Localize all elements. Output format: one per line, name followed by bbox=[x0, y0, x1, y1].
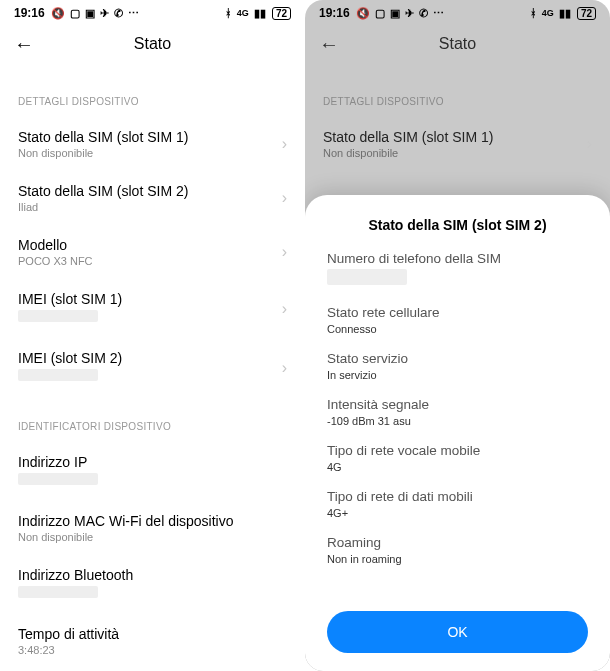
status-bar: 19:16 🔇 ▢ ▣ ✈ ✆ ⋯ ᚼ 4G ▮▮ 72 bbox=[305, 0, 610, 24]
dialog-item-value: Non in roaming bbox=[327, 553, 588, 565]
row-imei-sim2[interactable]: IMEI (slot SIM 2) › bbox=[18, 338, 287, 397]
battery-indicator: 72 bbox=[272, 7, 291, 20]
row-wifi-mac[interactable]: Indirizzo MAC Wi-Fi del dispositivo Non … bbox=[18, 501, 287, 555]
signal-icon: ▮▮ bbox=[559, 8, 571, 19]
row-bluetooth-address[interactable]: Indirizzo Bluetooth bbox=[18, 555, 287, 614]
app-header: ← Stato bbox=[0, 24, 305, 72]
redacted-value bbox=[18, 369, 98, 381]
status-left-icons: 🔇 ▢ ▣ ✈ ✆ ⋯ bbox=[51, 8, 139, 19]
dialog-item-label: Intensità segnale bbox=[327, 397, 588, 412]
chevron-right-icon: › bbox=[282, 189, 287, 207]
battery-indicator: 72 bbox=[577, 7, 596, 20]
phone-screen-settings: 19:16 🔇 ▢ ▣ ✈ ✆ ⋯ ᚼ 4G ▮▮ 72 bbox=[0, 0, 305, 671]
calendar-icon: ▣ bbox=[85, 8, 95, 19]
dialog-item-label: Tipo di rete vocale mobile bbox=[327, 443, 588, 458]
status-bar: 19:16 🔇 ▢ ▣ ✈ ✆ ⋯ ᚼ 4G ▮▮ 72 bbox=[0, 0, 305, 24]
chevron-right-icon: › bbox=[282, 243, 287, 261]
dialog-item-signal-strength: Intensità segnale -109 dBm 31 asu bbox=[327, 397, 588, 427]
row-sim2-status[interactable]: Stato della SIM (slot SIM 2) Iliad › bbox=[18, 171, 287, 225]
status-right-icons: ᚼ 4G ▮▮ bbox=[530, 8, 571, 19]
network-4g-icon: 4G bbox=[542, 9, 554, 18]
redacted-value bbox=[18, 473, 98, 485]
row-label: Stato della SIM (slot SIM 2) bbox=[18, 183, 282, 199]
box-n-icon: ▢ bbox=[70, 8, 80, 19]
status-left-icons: 🔇 ▢ ▣ ✈ ✆ ⋯ bbox=[356, 8, 444, 19]
dialog-item-label: Stato servizio bbox=[327, 351, 588, 366]
chevron-right-icon: › bbox=[282, 135, 287, 153]
bluetooth-icon: ᚼ bbox=[225, 8, 232, 19]
chevron-right-icon: › bbox=[587, 135, 592, 153]
row-sim1-status[interactable]: Stato della SIM (slot SIM 1) Non disponi… bbox=[323, 117, 592, 171]
row-sub: Non disponibile bbox=[323, 147, 587, 159]
mute-icon: 🔇 bbox=[51, 8, 65, 19]
row-sub: 3:48:23 bbox=[18, 644, 287, 656]
telegram-icon: ✈ bbox=[405, 8, 414, 19]
redacted-value bbox=[18, 310, 98, 322]
row-label: IMEI (slot SIM 1) bbox=[18, 291, 282, 307]
dialog-item-label: Tipo di rete di dati mobili bbox=[327, 489, 588, 504]
row-label: Tempo di attività bbox=[18, 626, 287, 642]
dialog-item-value: In servizio bbox=[327, 369, 588, 381]
mute-icon: 🔇 bbox=[356, 8, 370, 19]
row-label: IMEI (slot SIM 2) bbox=[18, 350, 282, 366]
dialog-item-value: Connesso bbox=[327, 323, 588, 335]
section-device-identifiers: IDENTIFICATORI DISPOSITIVO bbox=[18, 421, 287, 432]
section-device-details: DETTAGLI DISPOSITIVO bbox=[323, 96, 592, 107]
more-icon: ⋯ bbox=[433, 8, 444, 19]
row-ip-address[interactable]: Indirizzo IP bbox=[18, 442, 287, 501]
page-title: Stato bbox=[319, 35, 596, 53]
dialog-item-phone-number: Numero di telefono della SIM bbox=[327, 251, 588, 289]
box-n-icon: ▢ bbox=[375, 8, 385, 19]
row-label: Stato della SIM (slot SIM 1) bbox=[18, 129, 282, 145]
dialog-item-label: Numero di telefono della SIM bbox=[327, 251, 588, 266]
page-title: Stato bbox=[14, 35, 291, 53]
status-right-icons: ᚼ 4G ▮▮ bbox=[225, 8, 266, 19]
row-label: Modello bbox=[18, 237, 282, 253]
row-label: Indirizzo IP bbox=[18, 454, 287, 470]
dialog-item-voice-network: Tipo di rete vocale mobile 4G bbox=[327, 443, 588, 473]
row-imei-sim1[interactable]: IMEI (slot SIM 1) › bbox=[18, 279, 287, 338]
dialog-item-value: 4G+ bbox=[327, 507, 588, 519]
row-uptime[interactable]: Tempo di attività 3:48:23 bbox=[18, 614, 287, 660]
signal-icon: ▮▮ bbox=[254, 8, 266, 19]
telegram-icon: ✈ bbox=[100, 8, 109, 19]
dialog-item-data-network: Tipo di rete di dati mobili 4G+ bbox=[327, 489, 588, 519]
row-sub: POCO X3 NFC bbox=[18, 255, 282, 267]
row-label: Indirizzo Bluetooth bbox=[18, 567, 287, 583]
redacted-value bbox=[18, 586, 98, 598]
whatsapp-icon: ✆ bbox=[114, 8, 123, 19]
row-model[interactable]: Modello POCO X3 NFC › bbox=[18, 225, 287, 279]
dialog-item-value: 4G bbox=[327, 461, 588, 473]
row-sub: Non disponibile bbox=[18, 147, 282, 159]
dialog-item-roaming: Roaming Non in roaming bbox=[327, 535, 588, 565]
row-sim1-status[interactable]: Stato della SIM (slot SIM 1) Non disponi… bbox=[18, 117, 287, 171]
row-sub: Iliad bbox=[18, 201, 282, 213]
network-4g-icon: 4G bbox=[237, 9, 249, 18]
phone-screen-dialog: 19:16 🔇 ▢ ▣ ✈ ✆ ⋯ ᚼ 4G ▮▮ 72 bbox=[305, 0, 610, 671]
dialog-title: Stato della SIM (slot SIM 2) bbox=[327, 217, 588, 233]
section-device-details: DETTAGLI DISPOSITIVO bbox=[18, 96, 287, 107]
calendar-icon: ▣ bbox=[390, 8, 400, 19]
row-sub: Non disponibile bbox=[18, 531, 287, 543]
dialog-item-label: Roaming bbox=[327, 535, 588, 550]
ok-button[interactable]: OK bbox=[327, 611, 588, 653]
sim-status-dialog: Stato della SIM (slot SIM 2) Numero di t… bbox=[305, 195, 610, 671]
app-header: ← Stato bbox=[305, 24, 610, 72]
bluetooth-icon: ᚼ bbox=[530, 8, 537, 19]
more-icon: ⋯ bbox=[128, 8, 139, 19]
dialog-item-value: -109 dBm 31 asu bbox=[327, 415, 588, 427]
dialog-item-service-state: Stato servizio In servizio bbox=[327, 351, 588, 381]
redacted-value bbox=[327, 269, 407, 285]
whatsapp-icon: ✆ bbox=[419, 8, 428, 19]
chevron-right-icon: › bbox=[282, 359, 287, 377]
status-time: 19:16 bbox=[319, 6, 350, 20]
row-label: Indirizzo MAC Wi-Fi del dispositivo bbox=[18, 513, 287, 529]
dialog-item-cellular-state: Stato rete cellulare Connesso bbox=[327, 305, 588, 335]
chevron-right-icon: › bbox=[282, 300, 287, 318]
status-time: 19:16 bbox=[14, 6, 45, 20]
row-label: Stato della SIM (slot SIM 1) bbox=[323, 129, 587, 145]
dialog-item-label: Stato rete cellulare bbox=[327, 305, 588, 320]
